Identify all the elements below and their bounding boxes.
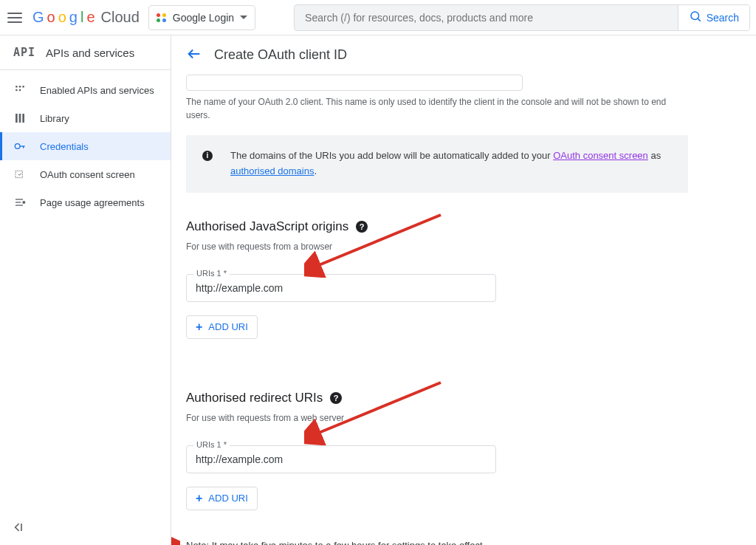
- topbar: Google Cloud Google Login Search: [0, 0, 756, 35]
- svg-point-10: [15, 144, 20, 149]
- library-icon: [13, 112, 27, 125]
- js-origin-uri-field: URIs 1 *: [186, 274, 496, 302]
- search-icon: [689, 10, 702, 25]
- sidebar-item-library[interactable]: Library: [0, 104, 171, 132]
- info-text: The domains of the URIs you add below wi…: [230, 148, 672, 179]
- redirect-uri-input[interactable]: [186, 445, 496, 473]
- sidebar-item-oauth-consent[interactable]: OAuth consent screen: [0, 160, 171, 188]
- help-icon[interactable]: ?: [356, 221, 368, 233]
- svg-point-17: [23, 202, 25, 204]
- sidebar-item-page-usage[interactable]: Page usage agreements: [0, 188, 171, 216]
- effect-note: Note: It may take five minutes to a few …: [186, 540, 688, 545]
- name-helper-text: The name of your OAuth 2.0 client. This …: [186, 95, 688, 122]
- svg-point-6: [19, 89, 21, 92]
- info-icon: i: [202, 151, 213, 161]
- dashboard-icon: [13, 83, 27, 97]
- sidebar-item-credentials[interactable]: Credentials: [0, 132, 171, 160]
- svg-point-0: [691, 12, 699, 20]
- back-arrow-icon[interactable]: [186, 46, 202, 64]
- sidebar-title: APIs and services: [46, 47, 134, 59]
- sidebar-header[interactable]: API APIs and services: [0, 35, 171, 70]
- page-header: Create OAuth client ID: [171, 35, 756, 75]
- sidebar-item-label: OAuth consent screen: [40, 169, 135, 180]
- chevron-down-icon: [240, 16, 247, 19]
- sidebar-item-label: Enabled APIs and services: [40, 85, 154, 96]
- plus-icon: +: [196, 492, 202, 505]
- uri1-label: URIs 1 *: [193, 269, 230, 278]
- sidebar-item-label: Credentials: [40, 141, 89, 152]
- redirect-uri-field: URIs 1 *: [186, 445, 496, 473]
- add-uri-button-2[interactable]: + ADD URI: [186, 487, 258, 510]
- project-dots-icon: [157, 13, 167, 22]
- annotation-arrow-2: [304, 371, 452, 445]
- authorised-domains-link[interactable]: authorised domains: [230, 165, 314, 176]
- sidebar-item-enabled-apis[interactable]: Enabled APIs and services: [0, 76, 171, 104]
- sidebar-item-label: Library: [40, 113, 69, 124]
- sidebar-item-label: Page usage agreements: [40, 197, 145, 208]
- svg-point-4: [22, 86, 24, 88]
- hamburger-menu-icon[interactable]: [6, 9, 24, 27]
- search-button[interactable]: Search: [678, 5, 749, 30]
- js-origin-uri-input[interactable]: [186, 274, 496, 302]
- search-button-label: Search: [707, 12, 739, 24]
- info-banner: i The domains of the URIs you add below …: [186, 135, 688, 193]
- js-origins-hint: For use with requests from a browser: [186, 241, 688, 252]
- plus-icon: +: [196, 321, 202, 334]
- help-icon[interactable]: ?: [330, 392, 342, 404]
- search-input[interactable]: [295, 12, 678, 24]
- page-title: Create OAuth client ID: [214, 47, 347, 63]
- oauth-consent-link[interactable]: OAuth consent screen: [553, 150, 648, 161]
- collapse-sidebar-icon[interactable]: [10, 520, 25, 535]
- svg-point-3: [19, 86, 21, 88]
- agreements-icon: [13, 196, 27, 209]
- svg-point-2: [16, 86, 18, 88]
- cloud-text: Cloud: [101, 9, 140, 26]
- main-content: Create OAuth client ID The name of your …: [171, 35, 756, 545]
- svg-point-5: [16, 89, 18, 92]
- svg-rect-8: [19, 114, 21, 123]
- project-selector[interactable]: Google Login: [148, 5, 255, 30]
- uri2-label: URIs 1 *: [193, 440, 230, 449]
- client-name-input-truncated[interactable]: [186, 75, 523, 91]
- search-bar: Search: [294, 4, 750, 31]
- google-cloud-logo[interactable]: Google Cloud: [32, 9, 140, 26]
- svg-line-1: [698, 18, 700, 21]
- consent-icon: [13, 168, 27, 181]
- svg-rect-7: [16, 114, 18, 123]
- project-label: Google Login: [173, 12, 234, 24]
- add-uri-button-1[interactable]: + ADD URI: [186, 315, 258, 339]
- annotation-arrow-3: [171, 510, 180, 545]
- svg-rect-9: [22, 114, 24, 123]
- api-icon: API: [13, 46, 35, 59]
- redirect-uris-heading: Authorised redirect URIs ?: [186, 391, 688, 405]
- redirect-uris-hint: For use with requests from a web server: [186, 413, 688, 423]
- js-origins-heading: Authorised JavaScript origins ?: [186, 219, 688, 234]
- key-icon: [13, 140, 27, 153]
- sidebar: API APIs and services Enabled APIs and s…: [0, 35, 171, 545]
